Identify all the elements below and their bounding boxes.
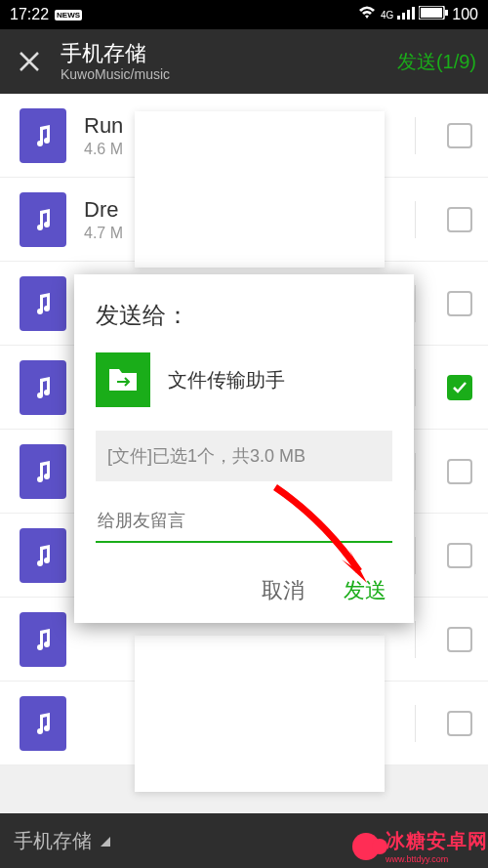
svg-rect-2	[407, 10, 410, 20]
music-file-icon	[20, 108, 66, 163]
music-file-icon	[20, 612, 66, 667]
divider	[415, 537, 416, 574]
divider	[415, 369, 416, 406]
page-title: 手机存储	[61, 41, 397, 66]
redaction-box	[135, 636, 385, 792]
music-file-icon	[20, 528, 66, 583]
file-transfer-icon	[96, 352, 150, 407]
send-button[interactable]: 发送	[344, 576, 386, 605]
file-checkbox[interactable]	[447, 291, 472, 316]
divider	[415, 201, 416, 238]
file-checkbox[interactable]	[447, 123, 472, 148]
news-icon: NEWS	[55, 10, 82, 21]
file-checkbox[interactable]	[447, 543, 472, 568]
app-header: 手机存储 KuwoMusic/music 发送(1/9)	[0, 29, 488, 94]
recipient-name: 文件传输助手	[168, 367, 285, 393]
network-label: 4G	[381, 10, 393, 21]
watermark-url: www.bttdyy.com	[386, 854, 488, 864]
svg-rect-5	[421, 8, 442, 18]
file-checkbox[interactable]	[447, 711, 472, 736]
music-file-icon	[20, 192, 66, 247]
wifi-icon	[357, 5, 377, 24]
cancel-button[interactable]: 取消	[262, 576, 305, 605]
music-file-icon	[20, 276, 66, 331]
check-icon	[452, 380, 468, 395]
close-button[interactable]	[12, 44, 47, 79]
watermark-logo-icon	[352, 833, 380, 860]
file-checkbox[interactable]	[447, 207, 472, 232]
watermark-text: 冰糖安卓网	[386, 828, 488, 854]
svg-rect-1	[402, 13, 405, 20]
status-bar: 17:22 NEWS 4G 100	[0, 0, 488, 29]
battery-icon	[419, 6, 448, 23]
dialog-title: 发送给：	[96, 300, 392, 331]
divider	[415, 285, 416, 322]
divider	[415, 453, 416, 490]
music-file-icon	[20, 444, 66, 499]
divider	[415, 117, 416, 154]
divider	[415, 705, 416, 742]
send-count-button[interactable]: 发送(1/9)	[397, 49, 476, 75]
file-checkbox[interactable]	[447, 375, 472, 400]
clock: 17:22	[10, 6, 49, 23]
file-checkbox[interactable]	[447, 627, 472, 652]
redaction-box	[135, 111, 385, 268]
file-checkbox[interactable]	[447, 459, 472, 484]
watermark: 冰糖安卓网 www.bttdyy.com	[352, 828, 488, 864]
dropdown-icon	[100, 830, 111, 852]
breadcrumb: KuwoMusic/music	[61, 66, 397, 82]
file-summary: [文件]已选1个，共3.0 MB	[96, 431, 392, 481]
svg-rect-6	[445, 10, 448, 16]
bottom-path-label: 手机存储	[14, 828, 92, 854]
music-file-icon	[20, 696, 66, 751]
divider	[415, 621, 416, 658]
recipient-row[interactable]: 文件传输助手	[96, 352, 392, 407]
battery-pct: 100	[452, 6, 478, 23]
music-file-icon	[20, 360, 66, 415]
svg-rect-0	[397, 16, 400, 20]
send-dialog: 发送给： 文件传输助手 [文件]已选1个，共3.0 MB 取消 发送	[74, 274, 414, 623]
svg-rect-3	[412, 7, 415, 20]
close-icon	[19, 51, 40, 72]
signal-icon	[397, 6, 415, 23]
message-input[interactable]	[96, 503, 392, 543]
